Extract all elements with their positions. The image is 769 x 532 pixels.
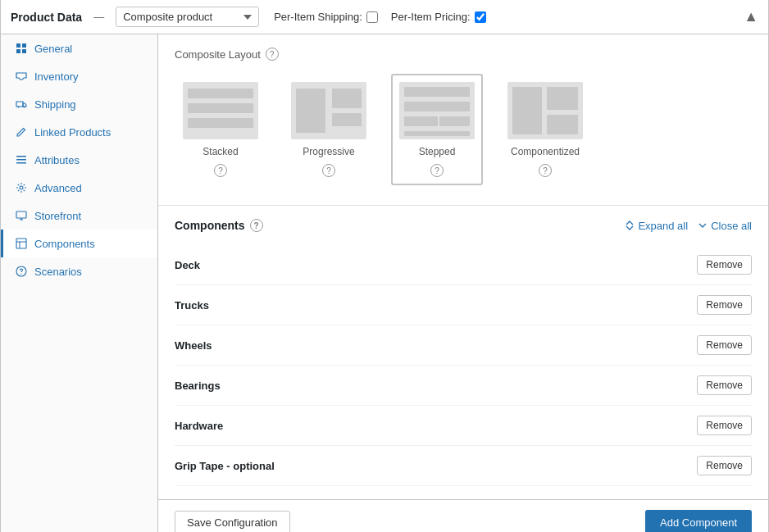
component-name-wheels: Wheels [175,339,697,352]
sidebar: General Inventory [1,34,158,532]
components-section-title: Components ? [175,219,263,232]
svg-rect-11 [16,239,26,248]
panel-collapse-button[interactable]: ▲ [744,8,758,25]
sidebar-item-general[interactable]: General [1,34,157,62]
svg-point-9 [20,186,23,189]
components-header: Components ? Expand all [175,219,752,232]
expand-icon [625,221,635,230]
list-icon [15,153,28,166]
component-row-wheels: Wheels Remove [175,325,752,366]
sidebar-item-components[interactable]: Components [1,230,157,257]
remove-bearings-button[interactable]: Remove [697,375,752,395]
layout-progressive-preview [291,82,366,139]
sidebar-item-general-label: General [34,43,72,55]
svg-rect-6 [16,156,26,157]
layout-progressive-help-icon[interactable]: ? [322,164,335,177]
svg-point-5 [24,107,25,108]
circle-question-icon [15,265,28,278]
per-item-pricing-label: Per-Item Pricing: [391,11,471,23]
expand-all-button[interactable]: Expand all [625,220,688,232]
layout-option-stepped[interactable]: Stepped ? [391,74,483,185]
close-all-button[interactable]: Close all [698,220,752,232]
sidebar-item-inventory[interactable]: Inventory [1,62,157,90]
layout-componentized-preview [507,82,583,139]
monitor-icon [15,209,28,222]
grid-icon [15,42,28,55]
sidebar-item-linked-products[interactable]: Linked Products [1,118,157,146]
sidebar-item-storefront[interactable]: Storefront [1,202,157,230]
truck-icon [15,98,28,111]
close-icon [698,221,708,230]
per-item-shipping-option[interactable]: Per-Item Shipping: [274,11,378,23]
main-content: Composite Layout ? Stacked ? [158,34,768,532]
sidebar-item-advanced[interactable]: Advanced [1,174,157,202]
header-options: Per-Item Shipping: Per-Item Pricing: [274,11,485,23]
panel-title: Product Data [11,11,82,24]
product-data-panel: Product Data — Composite product Simple … [0,0,769,532]
remove-trucks-button[interactable]: Remove [697,295,752,315]
panel-body: General Inventory [1,34,768,532]
component-name-bearings: Bearings [175,380,697,392]
product-type-select[interactable]: Composite product Simple product Variabl… [116,7,259,27]
layout-stepped-preview [399,82,475,139]
layout-stacked-preview [183,82,258,139]
section-divider [158,205,768,206]
remove-hardware-button[interactable]: Remove [697,416,752,435]
composite-layout-help-icon[interactable]: ? [266,48,279,61]
layout-componentized-name: Componentized [511,146,580,157]
svg-point-4 [18,107,20,108]
layout-stacked-name: Stacked [202,146,238,157]
layout-option-progressive[interactable]: Progressive ? [283,74,375,185]
component-list: Deck Remove Trucks Remove Wheels Remove … [175,245,752,486]
sidebar-item-linked-products-label: Linked Products [34,126,111,139]
pencil-icon [15,125,28,139]
composite-layout-text: Composite Layout [175,48,261,61]
components-help-icon[interactable]: ? [250,219,263,232]
sidebar-item-shipping-label: Shipping [34,98,76,111]
per-item-pricing-option[interactable]: Per-Item Pricing: [391,11,486,23]
component-row-bearings: Bearings Remove [175,366,752,406]
sidebar-item-scenarios[interactable]: Scenarios [1,257,157,285]
sidebar-item-shipping[interactable]: Shipping [1,90,157,118]
panel-title-dash: — [93,11,104,23]
svg-rect-1 [22,43,26,48]
component-row-grip-tape: Grip Tape - optional Remove [175,446,752,486]
sidebar-item-components-label: Components [34,238,95,250]
layout-options: Stacked ? Progressive ? [175,74,752,185]
layout-progressive-name: Progressive [303,146,354,157]
remove-wheels-button[interactable]: Remove [697,335,752,355]
svg-rect-0 [16,43,20,48]
layout-stepped-name: Stepped [419,146,456,157]
svg-rect-3 [22,49,26,53]
table-icon [15,237,28,250]
layout-stepped-help-icon[interactable]: ? [430,164,444,177]
component-row-trucks: Trucks Remove [175,285,752,325]
save-configuration-button[interactable]: Save Configuration [175,511,290,532]
expand-close-buttons: Expand all Close all [625,220,752,232]
sidebar-item-storefront-label: Storefront [34,210,81,222]
layout-option-stacked[interactable]: Stacked ? [175,74,266,185]
layout-option-componentized[interactable]: Componentized ? [499,74,591,185]
component-name-deck: Deck [175,259,697,271]
panel-footer: Save Configuration Add Component [158,499,768,532]
layout-stacked-help-icon[interactable]: ? [214,164,227,177]
svg-rect-2 [16,49,20,53]
component-row-hardware: Hardware Remove [175,406,752,446]
component-row-deck: Deck Remove [175,245,752,285]
sidebar-item-advanced-label: Advanced [34,182,82,194]
add-component-button[interactable]: Add Component [645,510,752,532]
sidebar-item-attributes[interactable]: Attributes [1,146,157,174]
layout-componentized-help-icon[interactable]: ? [539,164,552,177]
remove-grip-tape-button[interactable]: Remove [697,456,752,475]
sidebar-item-inventory-label: Inventory [34,70,78,83]
component-name-grip-tape: Grip Tape - optional [175,460,697,472]
per-item-shipping-checkbox[interactable] [366,11,378,23]
panel-header: Product Data — Composite product Simple … [1,0,768,34]
svg-rect-10 [16,211,26,218]
svg-rect-7 [16,159,26,161]
component-name-trucks: Trucks [175,299,697,311]
sidebar-item-scenarios-label: Scenarios [34,266,82,278]
svg-rect-8 [16,162,26,164]
per-item-pricing-checkbox[interactable] [475,11,486,23]
remove-deck-button[interactable]: Remove [697,255,752,275]
